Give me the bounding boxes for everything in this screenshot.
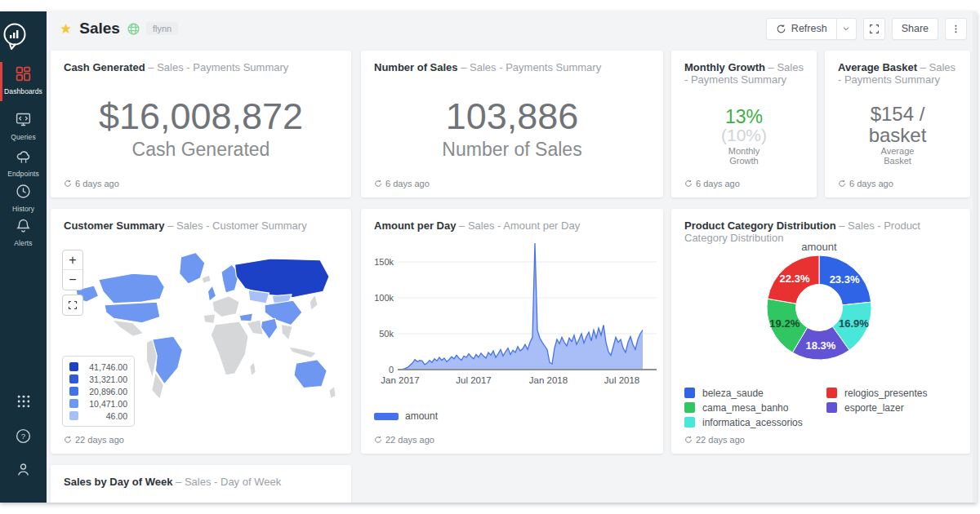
fullscreen-icon — [869, 24, 880, 34]
amount-per-day-area-chart[interactable]: 050k100k150kJan 2017Jul 2017Jan 2018Jul … — [361, 209, 663, 409]
counter-value: $16,008,872 — [51, 95, 351, 138]
svg-text:?: ? — [21, 432, 25, 441]
widget-product-category-distribution: Product Category Distribution – Sales - … — [671, 209, 970, 454]
sidebar-item-endpoints[interactable]: Endpoints — [0, 148, 47, 178]
widget-title-link[interactable]: Product Category Distribution — [684, 219, 836, 232]
widget-title-link[interactable]: Number of Sales — [374, 61, 458, 73]
sidebar-item-dashboards[interactable]: Dashboards — [0, 65, 47, 95]
line-chart-legend[interactable]: amount — [374, 410, 438, 422]
legend-swatch — [684, 417, 695, 428]
legend-label: amount — [405, 410, 438, 422]
apps-grid-icon — [16, 393, 32, 410]
legend-swatch — [69, 399, 78, 408]
map-legend-row: 31,321.00 — [69, 373, 127, 385]
map-region-india[interactable] — [261, 318, 278, 339]
sidebar: Dashboards Queries Endpoints — [0, 11, 47, 503]
refreshed-icon — [374, 179, 382, 188]
widget-refresh-status[interactable]: 22 days ago — [374, 435, 434, 445]
svg-text:0: 0 — [389, 365, 394, 374]
widget-cash-generated: Cash Generated – Sales - Payments Summar… — [51, 51, 351, 197]
widget-title-link[interactable]: Sales by Day of Week — [64, 476, 172, 488]
legend-swatch — [69, 362, 78, 371]
map-legend: 41,746.00 31,321.00 20,896.00 10,471.00 … — [62, 356, 135, 427]
app-logo[interactable] — [0, 21, 47, 52]
counter-target-value: (10%) — [671, 126, 817, 145]
legend-swatch — [69, 411, 78, 420]
refreshed-icon — [64, 436, 72, 444]
widget-title-link[interactable]: Cash Generated — [64, 61, 145, 73]
map-region-japan[interactable] — [310, 295, 318, 310]
more-menu-button[interactable] — [945, 18, 967, 40]
widget-refresh-status[interactable]: 22 days ago — [684, 435, 745, 445]
widget-amount-per-day: Amount per Day – Sales - Amount per Day … — [361, 209, 663, 454]
widget-title-link[interactable]: Customer Summary — [64, 219, 165, 232]
svg-text:22.3%: 22.3% — [780, 273, 810, 285]
map-region-greenland[interactable] — [180, 253, 205, 285]
map-region-madagascar[interactable] — [250, 361, 256, 375]
counter-value: 13% — [671, 106, 817, 128]
sidebar-item-label: Alerts — [0, 239, 47, 247]
map-region-indonesia[interactable] — [289, 347, 317, 358]
map-zoom-controls: + − — [62, 250, 83, 290]
widget-title-link[interactable]: Amount per Day — [374, 219, 456, 232]
legend-swatch — [684, 388, 695, 398]
map-legend-row: 41,746.00 — [69, 361, 127, 373]
pie-legend-item[interactable]: esporte_lazer — [826, 401, 904, 414]
legend-swatch — [69, 374, 78, 383]
pie-legend-item[interactable]: cama_mesa_banho — [684, 401, 788, 414]
pie-legend-item[interactable]: relogios_presentes — [826, 387, 927, 399]
widget-refresh-status[interactable]: 22 days ago — [64, 435, 124, 445]
map-region-se-asia[interactable] — [281, 325, 292, 340]
widget-customer-summary-map: Customer Summary – Sales - Customer Summ… — [51, 209, 351, 454]
history-clock-icon — [15, 183, 32, 200]
dashboard-tag[interactable]: flynn — [146, 22, 178, 35]
map-zoom-out-button[interactable]: − — [63, 270, 82, 290]
map-region-europe[interactable] — [212, 296, 239, 317]
map-region-africa[interactable] — [211, 321, 248, 375]
map-fullscreen-button[interactable] — [62, 295, 83, 316]
widget-refresh-status[interactable]: 6 days ago — [64, 179, 119, 188]
sidebar-item-alerts[interactable]: Alerts — [0, 217, 47, 247]
favorite-star-icon[interactable]: ★ — [60, 20, 72, 38]
map-region-canada[interactable] — [99, 273, 165, 304]
map-region-turkey[interactable] — [239, 313, 253, 321]
sidebar-user-button[interactable] — [0, 461, 47, 481]
refresh-button[interactable]: Refresh — [766, 18, 837, 40]
pie-legend-item[interactable]: beleza_saude — [684, 387, 764, 399]
refresh-icon — [776, 24, 786, 34]
pie-legend-item[interactable]: informatica_acessorios — [684, 416, 803, 428]
widget-refresh-status[interactable]: 6 days ago — [684, 179, 740, 188]
legend-swatch — [826, 402, 837, 413]
widget-number-of-sales: Number of Sales – Sales - Payments Summa… — [361, 51, 663, 197]
vertical-scrollbar[interactable] — [973, 11, 977, 503]
map-region-uk[interactable] — [208, 286, 216, 301]
svg-text:150k: 150k — [374, 257, 394, 267]
widget-title-link[interactable]: Monthly Growth — [684, 61, 765, 73]
sidebar-apps-button[interactable] — [0, 393, 47, 413]
widget-title-link[interactable]: Average Basket — [838, 61, 917, 73]
map-region-iceland[interactable] — [202, 275, 211, 283]
help-icon: ? — [15, 428, 32, 445]
share-button[interactable]: Share — [892, 18, 938, 40]
svg-text:Jan 2018: Jan 2018 — [529, 375, 568, 385]
refresh-dropdown-button[interactable] — [837, 18, 857, 40]
svg-text:50k: 50k — [379, 329, 394, 339]
svg-text:100k: 100k — [374, 293, 394, 303]
svg-text:Jul 2018: Jul 2018 — [604, 375, 639, 385]
map-region-australia[interactable] — [294, 360, 327, 388]
map-region-iberia[interactable] — [203, 314, 216, 324]
sidebar-item-queries[interactable]: Queries — [0, 111, 47, 141]
map-region-new-zealand[interactable] — [329, 387, 336, 399]
widget-refresh-status[interactable]: 6 days ago — [838, 179, 893, 188]
map-zoom-in-button[interactable]: + — [63, 250, 82, 270]
dashboard-app: Dashboards Queries Endpoints — [0, 11, 977, 503]
sidebar-help-button[interactable]: ? — [0, 428, 47, 448]
chat-chart-logo-icon — [0, 21, 29, 52]
sidebar-item-history[interactable]: History — [0, 183, 47, 213]
dashboards-grid-icon — [15, 65, 32, 82]
fullscreen-button[interactable] — [863, 18, 885, 40]
refreshed-icon — [838, 179, 846, 188]
dashboard-header: ★ Sales flynn Refresh — [47, 11, 977, 46]
refreshed-icon — [684, 436, 693, 444]
widget-refresh-status[interactable]: 6 days ago — [374, 179, 430, 188]
